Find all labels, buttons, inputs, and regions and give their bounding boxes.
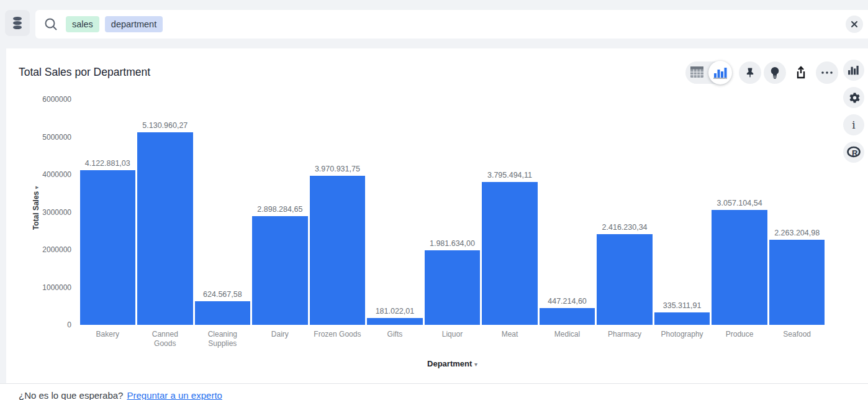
r-logo-icon: R xyxy=(846,146,861,158)
lightbulb-icon xyxy=(769,66,781,80)
x-category-label: Bakery xyxy=(79,330,137,348)
bar-bakery[interactable] xyxy=(80,170,136,325)
ask-expert-link[interactable]: Preguntar a un experto xyxy=(127,390,222,400)
bar-slot: 2.898.284,65 xyxy=(251,99,309,325)
viz-toolbar xyxy=(685,61,838,84)
x-category-label: Seafood xyxy=(768,330,826,348)
x-category-label: Liquor xyxy=(423,330,481,348)
y-tick-label: 6000000 xyxy=(27,95,71,104)
x-category-label: Dairy xyxy=(251,330,309,348)
x-category-label: Pharmacy xyxy=(596,330,654,348)
info-icon: i xyxy=(852,119,855,131)
chart-settings-button[interactable] xyxy=(843,87,864,108)
bar-slot: 3.057.104,54 xyxy=(711,99,769,325)
x-category-label: Cleaning Supplies xyxy=(194,330,251,348)
x-axis-labels: BakeryCanned GoodsCleaning SuppliesDairy… xyxy=(79,330,826,348)
answer-card: Total Sales por Department xyxy=(6,48,868,383)
share-icon xyxy=(793,65,808,80)
info-button[interactable]: i xyxy=(843,114,864,135)
y-axis-caret-icon: ▾ xyxy=(34,186,40,189)
bar-slot: 2.263.204,98 xyxy=(768,99,826,325)
x-category-label: Frozen Goods xyxy=(309,330,366,348)
pin-button[interactable] xyxy=(739,61,761,84)
search-input[interactable]: sales department xyxy=(35,10,868,39)
y-tick-label: 4000000 xyxy=(27,170,71,179)
search-token-sales[interactable]: sales xyxy=(66,16,99,32)
search-token-department[interactable]: department xyxy=(105,16,163,32)
gear-icon xyxy=(848,91,861,104)
chart-type-button[interactable] xyxy=(843,60,864,81)
expert-footer: ¿No es lo que esperaba?Preguntar a un ex… xyxy=(0,383,868,400)
x-category-label: Photography xyxy=(653,330,711,348)
more-options-button[interactable] xyxy=(816,61,838,84)
x-category-label: Canned Goods xyxy=(137,330,194,348)
bar-chart-icon xyxy=(848,65,860,76)
clear-search-button[interactable] xyxy=(846,16,863,33)
bar-gifts[interactable] xyxy=(367,318,423,325)
y-tick-label: 3000000 xyxy=(27,208,71,217)
viz-title: Total Sales por Department xyxy=(19,66,150,79)
x-category-label: Medical xyxy=(538,330,596,348)
bar-medical[interactable] xyxy=(540,308,595,325)
svg-text:R: R xyxy=(852,148,858,158)
ellipsis-icon xyxy=(821,71,833,75)
bar-slot: 3.795.494,11 xyxy=(481,99,539,325)
bar-seafood[interactable] xyxy=(769,240,825,325)
r-analysis-button[interactable]: R xyxy=(843,142,864,163)
bar-chart-icon xyxy=(713,67,727,79)
search-icon xyxy=(43,17,58,32)
x-axis-title[interactable]: Department ▾ xyxy=(79,359,826,368)
chart-view-button[interactable] xyxy=(708,61,732,84)
share-button[interactable] xyxy=(789,61,813,84)
bar-pharmacy[interactable] xyxy=(597,234,653,325)
insights-button[interactable] xyxy=(764,61,786,84)
bar-produce[interactable] xyxy=(712,210,767,325)
top-search-bar: sales department xyxy=(0,0,868,48)
y-tick-label: 1000000 xyxy=(27,283,71,292)
bar-frozen-goods[interactable] xyxy=(310,176,366,325)
x-category-label: Produce xyxy=(711,330,769,348)
x-category-label: Meat xyxy=(481,330,539,348)
bar-slot: 335.311,91 xyxy=(653,99,711,325)
data-source-button[interactable] xyxy=(5,10,30,36)
bar-value-label: 2.263.204,98 xyxy=(756,229,838,237)
bar-slot: 4.122.881,03 xyxy=(79,99,137,325)
bar-liquor[interactable] xyxy=(425,250,481,325)
database-icon xyxy=(11,16,24,30)
y-tick-label: 5000000 xyxy=(27,133,71,142)
bar-slot: 447.214,60 xyxy=(538,99,596,325)
bar-slot: 2.416.230,34 xyxy=(596,99,654,325)
footer-question: ¿No es lo que esperaba? xyxy=(19,390,123,400)
bar-slot: 1.981.634,00 xyxy=(423,99,481,325)
view-toggle xyxy=(685,61,731,84)
y-tick-label: 2000000 xyxy=(27,245,71,254)
bar-chart-plot: 4.122.881,035.130.960,27624.567,582.898.… xyxy=(79,99,826,325)
bar-photography[interactable] xyxy=(654,312,710,325)
bar-cleaning-supplies[interactable] xyxy=(195,301,251,325)
close-icon xyxy=(851,20,858,28)
table-view-button[interactable] xyxy=(690,66,703,78)
bar-slot: 181.022,01 xyxy=(366,99,424,325)
bar-dairy[interactable] xyxy=(252,216,308,325)
right-rail: i R xyxy=(843,60,866,163)
bar-slot: 3.970.931,75 xyxy=(309,99,366,325)
pin-icon xyxy=(744,66,756,79)
x-axis-caret-icon: ▾ xyxy=(474,361,477,368)
y-tick-label: 0 xyxy=(27,320,71,329)
x-category-label: Gifts xyxy=(366,330,424,348)
